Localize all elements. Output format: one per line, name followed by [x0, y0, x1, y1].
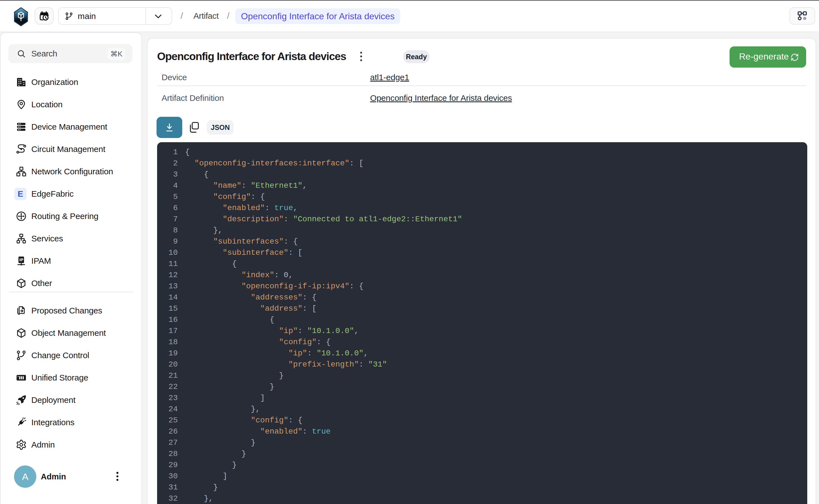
svg-text:IP: IP	[19, 257, 23, 262]
